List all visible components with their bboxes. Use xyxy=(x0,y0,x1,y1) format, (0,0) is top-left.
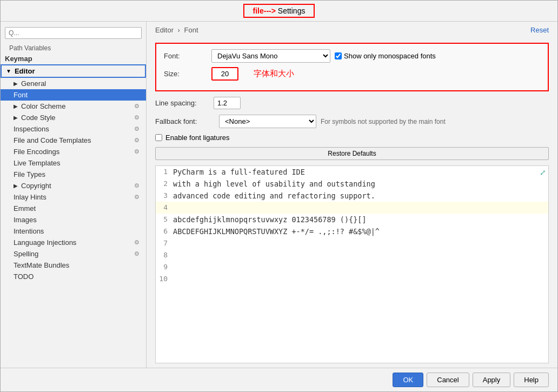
sidebar-item-path-variables[interactable]: Path Variables xyxy=(1,43,146,53)
editor-label-text: Editor xyxy=(15,67,35,75)
search-input[interactable] xyxy=(5,27,142,39)
sidebar-item-file-encodings[interactable]: File Encodings ⚙ xyxy=(1,146,146,157)
sidebar-item-code-style[interactable]: ▶ Code Style ⚙ xyxy=(1,112,146,123)
apply-button[interactable]: Apply xyxy=(473,373,511,387)
file-code-templates-gear-icon: ⚙ xyxy=(134,137,140,144)
size-label: Size: xyxy=(164,70,207,78)
chinese-hint: 字体和大小 xyxy=(254,69,294,79)
sidebar-item-file-types[interactable]: File Types xyxy=(1,169,146,180)
preview-line: 8 xyxy=(156,249,548,261)
line-number: 8 xyxy=(156,249,171,261)
fallback-row: Fallback font: <None> For symbols not su… xyxy=(155,115,549,128)
line-spacing-input[interactable] xyxy=(214,97,241,109)
language-injections-label: Language Injections xyxy=(14,238,76,247)
help-button[interactable]: Help xyxy=(514,373,549,387)
settings-panel: Font: DejaVu Sans Mono Show only monospa… xyxy=(147,38,557,368)
color-scheme-label: Color Scheme xyxy=(21,102,65,110)
copyright-expand-icon: ▶ xyxy=(14,183,18,189)
sidebar-item-spelling[interactable]: Spelling ⚙ xyxy=(1,248,146,260)
show-monospaced-label[interactable]: Show only monospaced fonts xyxy=(335,52,436,60)
sidebar-item-todo[interactable]: TODO xyxy=(1,271,146,282)
line-content xyxy=(171,261,548,273)
preview-line: 4 xyxy=(156,202,548,214)
sidebar-item-font[interactable]: Font xyxy=(1,89,146,101)
color-scheme-gear-icon: ⚙ xyxy=(134,103,140,110)
line-number: 2 xyxy=(156,178,171,190)
fallback-select[interactable]: <None> xyxy=(219,115,316,128)
breadcrumb-bar: Editor › Font Reset xyxy=(147,22,557,38)
sidebar-item-intentions[interactable]: Intentions xyxy=(1,225,146,237)
line-spacing-label: Line spacing: xyxy=(155,99,209,107)
preview-line: 7 xyxy=(156,237,548,249)
size-input[interactable] xyxy=(211,67,238,81)
preview-line: 6ABCDEFGHIJKLMNOPQRSTUVWXYZ +-*/= .,;:!?… xyxy=(156,225,548,237)
ligatures-label: Enable font ligatures xyxy=(165,134,230,142)
line-content: abcdefghijklmnopqrstuvwxyz 0123456789 ()… xyxy=(171,214,548,225)
sidebar-item-editor[interactable]: ▼ Editor xyxy=(1,64,146,78)
content-area: Path Variables Keymap ▼ Editor ▶ General… xyxy=(1,22,557,368)
line-content xyxy=(171,202,548,214)
search-bar[interactable] xyxy=(1,25,146,41)
sidebar-item-inlay-hints[interactable]: Inlay Hints ⚙ xyxy=(1,191,146,203)
copyright-label: Copyright xyxy=(21,182,51,190)
sidebar-item-copyright[interactable]: ▶ Copyright ⚙ xyxy=(1,180,146,191)
sidebar-item-keymap[interactable]: Keymap xyxy=(1,53,146,64)
ok-button[interactable]: OK xyxy=(393,373,423,387)
preview-lines-container: 1PyCharm is a full-featured IDE2with a h… xyxy=(156,166,548,285)
line-content xyxy=(171,249,548,261)
breadcrumb-current: Font xyxy=(184,26,198,34)
file-encodings-label: File Encodings xyxy=(14,148,59,156)
sidebar-item-images[interactable]: Images xyxy=(1,214,146,225)
breadcrumb-separator: › xyxy=(178,26,180,34)
sidebar-item-textmate-bundles[interactable]: TextMate Bundles xyxy=(1,260,146,271)
line-content: PyCharm is a full-featured IDE xyxy=(171,166,548,178)
font-label: Font: xyxy=(164,52,207,60)
sidebar-item-general[interactable]: ▶ General xyxy=(1,78,146,89)
sidebar-item-live-templates[interactable]: Live Templates xyxy=(1,157,146,169)
line-number: 6 xyxy=(156,225,171,237)
inspections-label: Inspections xyxy=(14,125,49,133)
editor-collapse-icon: ▼ xyxy=(6,68,11,74)
show-monospaced-checkbox[interactable] xyxy=(335,52,342,59)
font-label: Font xyxy=(14,91,28,99)
title-bar: file---> Settings xyxy=(1,1,557,22)
line-content xyxy=(171,237,548,249)
dialog-title: file---> Settings xyxy=(243,4,315,18)
restore-defaults-button[interactable]: Restore Defaults xyxy=(155,147,549,160)
title-text: Settings xyxy=(278,6,305,15)
textmate-bundles-label: TextMate Bundles xyxy=(14,261,69,269)
line-number: 5 xyxy=(156,214,171,225)
breadcrumb-parent: Editor xyxy=(155,26,174,34)
live-templates-label: Live Templates xyxy=(14,159,60,167)
font-row: Font: DejaVu Sans Mono Show only monospa… xyxy=(164,49,540,63)
line-number: 7 xyxy=(156,237,171,249)
sidebar: Path Variables Keymap ▼ Editor ▶ General… xyxy=(1,22,147,368)
todo-label: TODO xyxy=(14,273,34,281)
inlay-hints-label: Inlay Hints xyxy=(14,193,46,201)
sidebar-item-language-injections[interactable]: Language Injections ⚙ xyxy=(1,237,146,248)
line-number: 4 xyxy=(156,202,171,214)
cancel-button[interactable]: Cancel xyxy=(427,373,469,387)
file-encodings-gear-icon: ⚙ xyxy=(134,148,140,155)
general-expand-icon: ▶ xyxy=(14,81,18,87)
bottom-bar: OK Cancel Apply Help xyxy=(1,368,557,391)
line-spacing-row: Line spacing: xyxy=(155,97,549,109)
expand-icon[interactable]: ⤢ xyxy=(540,168,546,177)
ligatures-checkbox[interactable] xyxy=(155,134,162,141)
general-label: General xyxy=(21,79,46,88)
line-number: 1 xyxy=(156,166,171,178)
sidebar-item-color-scheme[interactable]: ▶ Color Scheme ⚙ xyxy=(1,101,146,112)
sidebar-item-file-code-templates[interactable]: File and Code Templates ⚙ xyxy=(1,135,146,146)
code-style-label: Code Style xyxy=(21,114,56,122)
title-prefix: file---> xyxy=(253,6,276,15)
font-settings-box: Font: DejaVu Sans Mono Show only monospa… xyxy=(155,43,549,91)
sidebar-item-inspections[interactable]: Inspections ⚙ xyxy=(1,123,146,135)
sidebar-item-emmet[interactable]: Emmet xyxy=(1,203,146,214)
code-style-expand-icon: ▶ xyxy=(14,115,18,121)
ligatures-row: Enable font ligatures xyxy=(155,134,549,142)
reset-link[interactable]: Reset xyxy=(530,26,549,34)
language-injections-gear-icon: ⚙ xyxy=(134,239,140,246)
line-content: advanced code editing and refactoring su… xyxy=(171,190,548,202)
copyright-gear-icon: ⚙ xyxy=(134,182,140,189)
font-select[interactable]: DejaVu Sans Mono xyxy=(211,49,330,63)
